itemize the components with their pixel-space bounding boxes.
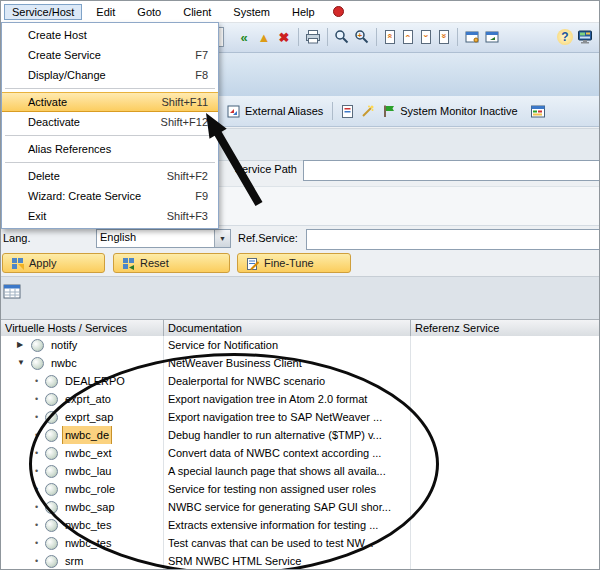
service-doc: Service for Notification (164, 336, 411, 354)
find-icon[interactable] (333, 28, 351, 46)
service-doc: Test canvas that can be used to test NW.… (164, 534, 411, 552)
menu-item-wizard-create-service[interactable]: Wizard: Create Service F9 (2, 186, 218, 206)
menubar-item-client[interactable]: Client (175, 4, 219, 20)
service-name[interactable]: nwbc_tes (62, 516, 114, 534)
table-row[interactable]: • nwbc_lau A special launch page that sh… (1, 462, 599, 480)
service-doc: Export navigation tree to SAP NetWeaver … (164, 408, 411, 426)
service-name-selected[interactable]: nwbc_de (62, 426, 112, 444)
service-name[interactable]: exprt_sap (62, 408, 116, 426)
service-icon (45, 483, 58, 496)
table-row[interactable]: • exprt_ato Export navigation tree in At… (1, 390, 599, 408)
service-icon (31, 339, 44, 352)
table-row[interactable]: • nwbc_sap NWBC service for generating S… (1, 498, 599, 516)
menubar-item-help[interactable]: Help (284, 4, 323, 20)
service-doc: NWBC service for generating SAP GUI shor… (164, 498, 411, 516)
menubar-item-goto[interactable]: Goto (129, 4, 169, 20)
table-row[interactable]: • nwbc_tes Test canvas that can be used … (1, 534, 599, 552)
menu-item-create-service[interactable]: Create Service F7 (2, 45, 218, 65)
menu-item-alias-references[interactable]: Alias References (2, 139, 218, 159)
reset-button[interactable]: Reset (113, 253, 230, 273)
menu-item-exit[interactable]: Exit Shift+F3 (2, 206, 218, 226)
next-page-arrow-icon: › (421, 31, 431, 41)
next-page-icon[interactable]: › (418, 28, 434, 46)
menubar-item-edit[interactable]: Edit (88, 4, 123, 20)
menu-item-shortcut: Shift+F11 (161, 96, 208, 108)
external-aliases-button[interactable]: External Aliases (221, 102, 328, 121)
print-icon[interactable] (304, 28, 322, 46)
menubar-item-service-host[interactable]: Service/Host (4, 4, 82, 20)
expand-icon[interactable]: ▶ (17, 336, 29, 354)
service-name[interactable]: nwbc_role (62, 480, 118, 498)
service-path-input[interactable] (303, 160, 600, 181)
language-combo[interactable]: English ▼ (96, 229, 231, 248)
menu-item-delete[interactable]: Delete Shift+F2 (2, 166, 218, 186)
ref-service-input[interactable] (306, 229, 600, 250)
table-row[interactable]: • exprt_sap Export navigation tree to SA… (1, 408, 599, 426)
service-name[interactable]: srm (62, 552, 86, 569)
apply-icon (11, 257, 24, 270)
service-name[interactable]: notify (48, 336, 80, 354)
green-flag-icon (382, 104, 396, 118)
column-header-documentation[interactable]: Documentation (164, 320, 411, 337)
new-session-icon[interactable] (463, 28, 481, 46)
find-next-icon[interactable]: + (353, 28, 371, 46)
last-page-icon[interactable]: » (436, 28, 452, 46)
wand-icon[interactable] (358, 102, 376, 120)
service-name[interactable]: nwbc_tes (62, 534, 114, 552)
apply-button[interactable]: Apply (2, 253, 105, 273)
reset-icon (122, 257, 135, 270)
bullet-icon: • (35, 426, 43, 444)
first-page-icon[interactable]: « (382, 28, 398, 46)
service-name[interactable]: DEALERPO (62, 372, 128, 390)
service-ref (411, 498, 599, 516)
table-row-selected[interactable]: • nwbc_de Debug handler to run alternati… (1, 426, 599, 444)
system-monitor-button[interactable]: System Monitor Inactive (377, 102, 522, 120)
table-row[interactable]: • nwbc_ext Convert data of NWBC context … (1, 444, 599, 462)
service-doc: Extracts extensive information for testi… (164, 516, 411, 534)
service-name[interactable]: nwbc_lau (62, 462, 114, 480)
table-row[interactable]: • nwbc_role Service for testing non assi… (1, 480, 599, 498)
exit-icon[interactable]: ▲ (255, 28, 273, 46)
menu-item-shortcut: F9 (195, 190, 208, 202)
menu-item-deactivate[interactable]: Deactivate Shift+F12 (2, 112, 218, 132)
system-monitor-label: System Monitor Inactive (400, 105, 517, 117)
previous-page-icon[interactable]: ‹ (400, 28, 416, 46)
create-shortcut-icon[interactable] (483, 28, 501, 46)
monitor-table-icon[interactable] (529, 102, 547, 120)
table-row[interactable]: • nwbc_tes Extracts extensive informatio… (1, 516, 599, 534)
language-value: English (97, 230, 214, 247)
service-name[interactable]: nwbc (48, 354, 80, 372)
menu-item-display-change[interactable]: Display/Change F8 (2, 65, 218, 85)
document-check-icon[interactable] (338, 102, 356, 120)
collapse-icon[interactable]: ▼ (17, 354, 29, 372)
toolbar-separator (298, 28, 299, 46)
back-icon[interactable]: « (235, 28, 253, 46)
menu-item-shortcut: F7 (195, 49, 208, 61)
fine-tune-label: Fine-Tune (264, 257, 314, 269)
table-row[interactable]: ▼ nwbc NetWeaver Business Client (1, 354, 599, 372)
column-header-hosts[interactable]: Virtuelle Hosts / Services (1, 320, 164, 337)
table-row[interactable]: ▶ notify Service for Notification (1, 336, 599, 354)
menubar-item-system[interactable]: System (225, 4, 278, 20)
column-header-referenz[interactable]: Referenz Service (411, 320, 599, 337)
table-row[interactable]: • DEALERPO Dealerportal for NWBC scenari… (1, 372, 599, 390)
chevron-down-icon[interactable]: ▼ (214, 230, 230, 247)
service-name[interactable]: exprt_ato (62, 390, 114, 408)
menu-item-label: Wizard: Create Service (28, 190, 141, 202)
fine-tune-button[interactable]: Fine-Tune (237, 253, 351, 273)
toolbar-right-group: ? (555, 28, 595, 46)
menu-item-activate[interactable]: Activate Shift+F11 (2, 92, 218, 112)
cancel-icon[interactable]: ✖ (275, 28, 293, 46)
table-row[interactable]: • srm SRM NWBC HTML Service (1, 552, 599, 569)
action-buttons-row: Apply Reset Fine-Tune (1, 253, 599, 275)
menu-item-label: Activate (28, 96, 67, 108)
service-host-menu: Create Host Create Service F7 Display/Ch… (1, 22, 219, 229)
help-icon[interactable]: ? (556, 28, 574, 46)
question-mark-icon: ? (557, 29, 573, 45)
service-name[interactable]: nwbc_sap (62, 498, 118, 516)
menu-item-create-host[interactable]: Create Host (2, 25, 218, 45)
service-icon (45, 519, 58, 532)
service-name[interactable]: nwbc_ext (62, 444, 114, 462)
customize-layout-icon[interactable] (576, 28, 594, 46)
layout-grid-icon[interactable] (3, 284, 21, 301)
